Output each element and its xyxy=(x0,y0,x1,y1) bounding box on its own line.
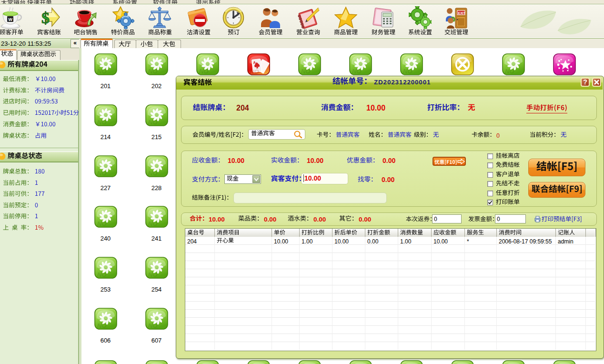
svg-text:$: $ xyxy=(41,9,50,27)
svg-text:W: W xyxy=(9,17,13,22)
svg-text:EXIT: EXIT xyxy=(458,11,466,15)
